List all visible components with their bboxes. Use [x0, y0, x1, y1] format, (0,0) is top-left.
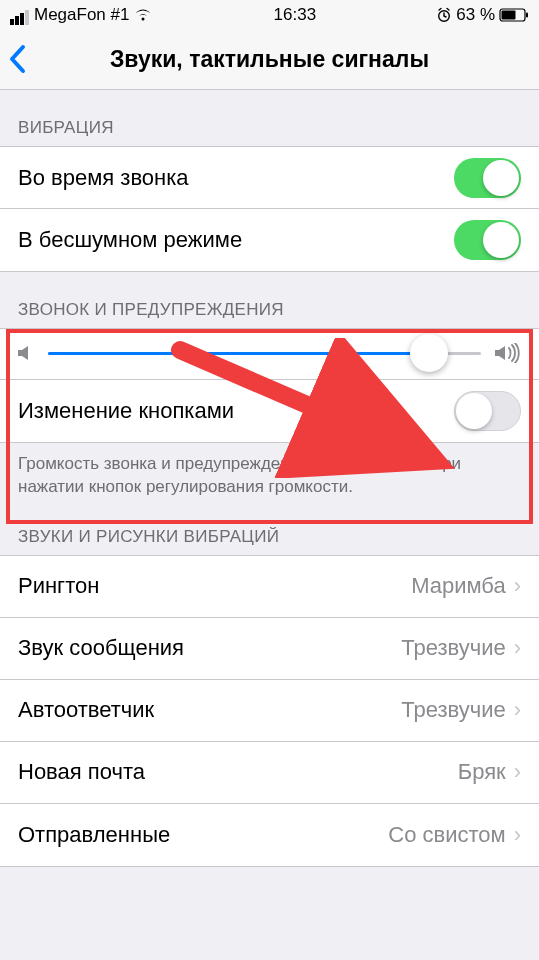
- row-value: Со свистом: [388, 822, 505, 848]
- section-footer-ringer: Громкость звонка и предупреждений не изм…: [0, 443, 539, 499]
- row-value: Трезвучие: [401, 697, 505, 723]
- chevron-right-icon: ›: [514, 759, 521, 785]
- section-header-sounds: ЗВУКИ И РИСУНКИ ВИБРАЦИЙ: [0, 499, 539, 555]
- alarm-icon: [436, 7, 452, 23]
- chevron-right-icon: ›: [514, 697, 521, 723]
- row-label: Звук сообщения: [18, 635, 401, 661]
- row-value: Бряк: [458, 759, 506, 785]
- row-sent-mail[interactable]: Отправленные Со свистом ›: [0, 804, 539, 866]
- svg-rect-3: [526, 13, 528, 18]
- row-vibrate-on-ring[interactable]: Во время звонка: [0, 147, 539, 209]
- row-volume-slider: [0, 329, 539, 380]
- chevron-right-icon: ›: [514, 635, 521, 661]
- row-change-with-buttons[interactable]: Изменение кнопками: [0, 380, 539, 442]
- row-text-tone[interactable]: Звук сообщения Трезвучие ›: [0, 618, 539, 680]
- row-label: Отправленные: [18, 822, 388, 848]
- switch-change-with-buttons[interactable]: [454, 391, 521, 431]
- chevron-right-icon: ›: [514, 573, 521, 599]
- back-button[interactable]: [8, 40, 26, 80]
- carrier-label: MegaFon #1: [34, 5, 129, 25]
- status-time: 16:33: [153, 5, 436, 25]
- group-sounds: Рингтон Маримба › Звук сообщения Трезвуч…: [0, 555, 539, 867]
- chevron-right-icon: ›: [514, 822, 521, 848]
- signal-icon: [10, 5, 30, 25]
- row-vibrate-on-silent[interactable]: В бесшумном режиме: [0, 209, 539, 271]
- row-voicemail[interactable]: Автоответчик Трезвучие ›: [0, 680, 539, 742]
- status-right: 63 %: [436, 5, 529, 25]
- speaker-min-icon: [18, 344, 34, 362]
- volume-slider[interactable]: [48, 352, 481, 355]
- row-label: Изменение кнопками: [18, 398, 454, 424]
- wifi-icon: [133, 8, 153, 22]
- row-label: Автоответчик: [18, 697, 401, 723]
- speaker-max-icon: [495, 343, 521, 363]
- group-vibration: Во время звонка В бесшумном режиме: [0, 146, 539, 272]
- row-value: Маримба: [411, 573, 506, 599]
- row-label: Новая почта: [18, 759, 458, 785]
- row-value: Трезвучие: [401, 635, 505, 661]
- row-label: В бесшумном режиме: [18, 227, 454, 253]
- row-label: Рингтон: [18, 573, 411, 599]
- switch-vibrate-on-silent[interactable]: [454, 220, 521, 260]
- status-bar: MegaFon #1 16:33 63 %: [0, 0, 539, 30]
- switch-vibrate-on-ring[interactable]: [454, 158, 521, 198]
- section-header-vibration: ВИБРАЦИЯ: [0, 90, 539, 146]
- slider-thumb[interactable]: [410, 334, 448, 372]
- battery-icon: [499, 8, 529, 22]
- nav-bar: Звуки, тактильные сигналы: [0, 30, 539, 90]
- row-label: Во время звонка: [18, 165, 454, 191]
- chevron-left-icon: [8, 44, 26, 74]
- svg-rect-2: [502, 11, 516, 20]
- battery-percent: 63 %: [456, 5, 495, 25]
- group-ringer: Изменение кнопками: [0, 328, 539, 443]
- row-new-mail[interactable]: Новая почта Бряк ›: [0, 742, 539, 804]
- status-left: MegaFon #1: [10, 5, 153, 25]
- section-header-ringer: ЗВОНОК И ПРЕДУПРЕЖДЕНИЯ: [0, 272, 539, 328]
- nav-title: Звуки, тактильные сигналы: [110, 46, 429, 73]
- row-ringtone[interactable]: Рингтон Маримба ›: [0, 556, 539, 618]
